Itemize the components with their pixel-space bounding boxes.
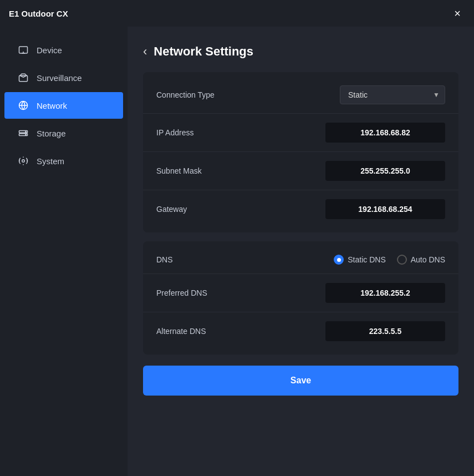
alternate-dns-row: Alternate DNS: [143, 312, 458, 350]
ip-address-row: IP Address: [143, 114, 458, 152]
alternate-dns-control: [325, 321, 445, 341]
subnet-mask-label: Subnet Mask: [156, 166, 223, 175]
connection-type-control: Static DHCP PPPoE ▼: [340, 85, 445, 104]
storage-icon: [18, 128, 29, 139]
main-window: E1 Outdoor CX × Device: [0, 0, 474, 476]
save-button[interactable]: Save: [143, 366, 458, 396]
subnet-mask-input[interactable]: [325, 161, 445, 181]
connection-type-label: Connection Type: [156, 90, 223, 99]
gateway-label: Gateway: [156, 205, 223, 214]
gateway-input[interactable]: [325, 199, 445, 219]
sidebar-item-device[interactable]: Device: [4, 37, 123, 63]
svg-point-8: [22, 160, 25, 163]
ip-address-label: IP Address: [156, 128, 223, 137]
sidebar-label-system: System: [37, 156, 64, 166]
svg-point-6: [26, 131, 27, 133]
sidebar-label-device: Device: [37, 45, 62, 55]
dns-row: DNS Static DNS Auto DNS: [143, 246, 458, 274]
preferred-dns-label: Preferred DNS: [156, 288, 223, 297]
sidebar-item-system[interactable]: System: [4, 148, 123, 174]
preferred-dns-input[interactable]: [325, 283, 445, 303]
sidebar-item-storage[interactable]: Storage: [4, 120, 123, 146]
alternate-dns-label: Alternate DNS: [156, 327, 223, 336]
connection-type-row: Connection Type Static DHCP PPPoE ▼: [143, 77, 458, 114]
alternate-dns-input[interactable]: [325, 321, 445, 341]
dns-settings-card: DNS Static DNS Auto DNS Preferr: [143, 241, 458, 355]
dns-options: Static DNS Auto DNS: [334, 255, 445, 265]
main-content: ‹ Network Settings Connection Type Stati…: [128, 27, 474, 476]
static-dns-label: Static DNS: [348, 255, 385, 264]
gateway-control: [325, 199, 445, 219]
auto-dns-radio[interactable]: [397, 255, 407, 265]
page-title: Network Settings: [154, 44, 253, 59]
subnet-mask-row: Subnet Mask: [143, 152, 458, 190]
preferred-dns-control: [325, 283, 445, 303]
connection-settings-card: Connection Type Static DHCP PPPoE ▼ IP A…: [143, 72, 458, 232]
static-dns-radio[interactable]: [334, 255, 344, 265]
main-layout: Device Surveillance Net: [0, 27, 474, 476]
system-icon: [18, 155, 29, 166]
sidebar: Device Surveillance Net: [0, 27, 128, 476]
ip-address-control: [325, 123, 445, 143]
sidebar-label-storage: Storage: [37, 129, 66, 138]
subnet-mask-control: [325, 161, 445, 181]
close-button[interactable]: ×: [450, 6, 465, 21]
connection-type-select[interactable]: Static DHCP PPPoE: [340, 85, 445, 104]
window-title: E1 Outdoor CX: [9, 9, 68, 18]
page-header: ‹ Network Settings: [143, 44, 458, 59]
preferred-dns-row: Preferred DNS: [143, 274, 458, 312]
device-icon: [18, 44, 29, 55]
svg-rect-1: [19, 75, 28, 82]
svg-point-7: [26, 134, 27, 135]
sidebar-label-network: Network: [37, 101, 67, 110]
static-dns-option[interactable]: Static DNS: [334, 255, 385, 265]
network-icon: [18, 100, 29, 111]
sidebar-label-surveillance: Surveillance: [37, 73, 82, 83]
dns-label: DNS: [156, 255, 223, 264]
ip-address-input[interactable]: [325, 123, 445, 143]
auto-dns-label: Auto DNS: [411, 255, 445, 264]
back-button[interactable]: ‹: [143, 45, 147, 58]
surveillance-icon: [18, 72, 29, 83]
sidebar-item-network[interactable]: Network: [4, 92, 123, 119]
sidebar-item-surveillance[interactable]: Surveillance: [4, 64, 123, 91]
gateway-row: Gateway: [143, 190, 458, 228]
auto-dns-option[interactable]: Auto DNS: [397, 255, 445, 265]
titlebar: E1 Outdoor CX ×: [0, 0, 474, 27]
